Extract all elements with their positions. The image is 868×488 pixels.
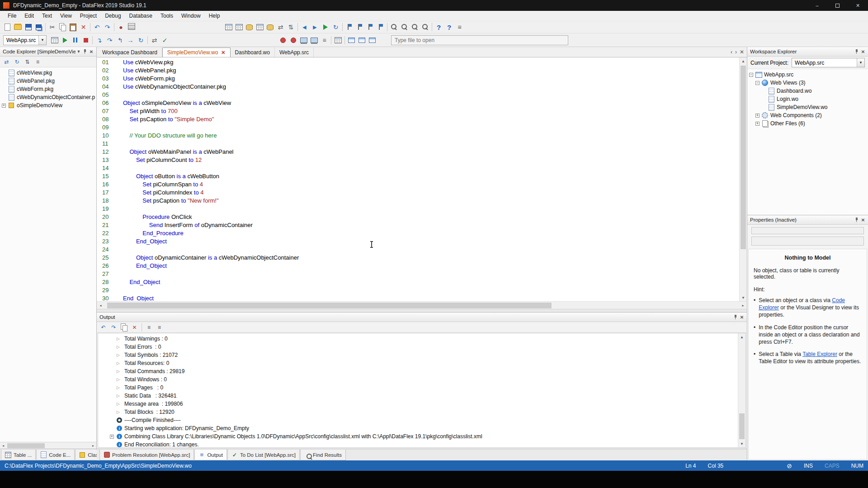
workspace-item-webapp-src[interactable]: −WebApp.src: [747, 71, 868, 79]
scroll-left-icon[interactable]: ◂: [0, 444, 6, 448]
workspace-item-simpledemoview-wo[interactable]: SimpleDemoView.wo: [747, 103, 868, 111]
sync-sources-icon[interactable]: ⇄: [149, 35, 160, 45]
next-view-icon[interactable]: ►: [310, 22, 320, 32]
step-into-icon[interactable]: ↴: [94, 35, 104, 45]
pause-icon[interactable]: [70, 35, 80, 45]
tab-workspace-dashboard[interactable]: Workspace Dashboard: [98, 47, 162, 57]
run-to-cursor-icon[interactable]: →: [125, 35, 136, 45]
output-line[interactable]: ▷Static Data : 326481: [110, 392, 738, 400]
menu-database[interactable]: Database: [125, 11, 156, 20]
open-file-icon[interactable]: [13, 22, 23, 32]
tab-dashboard-wo[interactable]: Dashboard.wo: [231, 47, 275, 57]
debug-output-icon[interactable]: [298, 35, 309, 45]
project-selector[interactable]: WebApp.src ▼: [3, 35, 47, 45]
output-line[interactable]: ▷Message area : 199806: [110, 400, 738, 408]
scrollbar-thumb[interactable]: [107, 303, 552, 308]
menu-project[interactable]: Project: [76, 11, 101, 20]
output-line[interactable]: End Reconciliation: 1 changes.: [110, 441, 738, 447]
clear-breakpoints-icon[interactable]: [288, 35, 298, 45]
pre-compile-icon[interactable]: ✓: [160, 35, 170, 45]
redo-icon[interactable]: ↷: [102, 22, 113, 32]
scrollbar-track[interactable]: [6, 442, 90, 449]
prev-bookmark-icon[interactable]: [344, 22, 354, 32]
toggle-bookmark-icon[interactable]: [354, 22, 365, 32]
scroll-tabs-left-icon[interactable]: ‹: [731, 49, 732, 55]
save-icon[interactable]: [23, 22, 33, 32]
code-explorer-hscrollbar[interactable]: ◂ ▸: [0, 442, 96, 449]
index-maintenance-icon[interactable]: ⇅: [286, 22, 296, 32]
new-file-icon[interactable]: [2, 22, 13, 32]
output-line[interactable]: +Combining Class Library C:\Libraries\Dy…: [110, 432, 738, 441]
editor-hscrollbar[interactable]: ◂ ▸: [97, 301, 747, 309]
panel-tab-code-e[interactable]: Code E...: [36, 450, 75, 460]
code-editor[interactable]: 01Use cWebView.pkg02Use cWebPanel.pkg03U…: [97, 57, 747, 301]
view-options-icon[interactable]: ≡: [33, 57, 42, 66]
pin-icon[interactable]: [732, 314, 739, 320]
tab-close-icon[interactable]: ✕: [221, 50, 225, 56]
toggle-details-icon[interactable]: ≡: [155, 323, 164, 332]
code-explorer-item-cwebview-pkg[interactable]: cWebView.pkg: [0, 69, 96, 77]
menu-edit[interactable]: Edit: [20, 11, 38, 20]
workspace-item-web-components-2[interactable]: +Web Components (2): [747, 111, 868, 119]
code-explorer-item-cwebform-pkg[interactable]: cWebForm.pkg: [0, 85, 96, 93]
panel-tab-to-do-list-webapp-src[interactable]: To Do List [WebApp.src]: [227, 450, 300, 460]
scrollbar-track[interactable]: [738, 341, 745, 440]
window-list-icon[interactable]: ≡: [454, 22, 465, 32]
menu-help[interactable]: Help: [205, 11, 224, 20]
scroll-down-icon[interactable]: ▼: [738, 440, 746, 447]
menu-file[interactable]: File: [4, 11, 20, 20]
code-explorer-item-cwebpanel-pkg[interactable]: cWebPanel.pkg: [0, 77, 96, 85]
output-splitter[interactable]: [97, 309, 747, 312]
copy-icon[interactable]: [57, 22, 68, 32]
pin-icon[interactable]: [854, 217, 860, 223]
cascade-windows-icon[interactable]: [346, 35, 357, 45]
menu-view[interactable]: View: [56, 11, 76, 20]
scrollbar-thumb[interactable]: [741, 66, 746, 249]
close-icon[interactable]: ✕: [739, 315, 745, 320]
output-vscrollbar[interactable]: ▲ ▼: [738, 333, 745, 447]
sql-manager-icon[interactable]: [265, 22, 275, 32]
code-explorer-link[interactable]: Code Explorer: [759, 297, 845, 311]
clear-bookmarks-icon[interactable]: [375, 22, 386, 32]
tile-horizontal-icon[interactable]: [357, 35, 367, 45]
maximize-button[interactable]: [827, 0, 848, 11]
plus-expander-icon[interactable]: +: [755, 122, 760, 126]
paste-icon[interactable]: [68, 22, 78, 32]
restructure-icon[interactable]: ⇄: [275, 22, 286, 32]
delete-icon[interactable]: ✕: [78, 22, 89, 32]
code-view[interactable]: 01Use cWebView.pkg02Use cWebPanel.pkg03U…: [97, 57, 739, 301]
output-line[interactable]: ▷Total Windows : 0: [110, 375, 738, 384]
table-explorer-icon[interactable]: [234, 22, 244, 32]
next-message-icon[interactable]: ↷: [109, 323, 118, 332]
pin-icon[interactable]: [854, 48, 860, 55]
workspace-item-other-files-6[interactable]: +Other Files (6): [747, 119, 868, 128]
window-menu-icon[interactable]: ▼: [75, 49, 82, 54]
compile-project-icon[interactable]: ↻: [330, 22, 341, 32]
tile-vertical-icon[interactable]: [367, 35, 377, 45]
menu-debug[interactable]: Debug: [101, 11, 125, 20]
output-line[interactable]: ▷Total Errors : 0: [110, 343, 738, 351]
replace-icon[interactable]: [420, 22, 430, 32]
table-explorer-link[interactable]: Table Explorer: [802, 351, 837, 357]
help-icon[interactable]: [434, 22, 444, 32]
scroll-up-icon[interactable]: ▲: [740, 57, 747, 65]
close-button[interactable]: ✕: [848, 0, 868, 11]
menu-text[interactable]: Text: [38, 11, 56, 20]
scroll-tabs-right-icon[interactable]: ›: [735, 49, 737, 55]
stop-icon[interactable]: [80, 35, 91, 45]
editor-vscrollbar[interactable]: ▲ ▼: [739, 57, 747, 301]
database-builder-icon[interactable]: [244, 22, 255, 32]
toggle-wrap-icon[interactable]: ≡: [144, 323, 154, 332]
compile-icon[interactable]: [49, 35, 60, 45]
panel-tab-problem-resolution-webapp-src[interactable]: Problem Resolution [WebApp.src]: [99, 450, 194, 460]
copy-output-icon[interactable]: [119, 323, 129, 332]
sort-icon[interactable]: ⇅: [23, 57, 32, 66]
undo-icon[interactable]: ↶: [92, 22, 102, 32]
scrollbar-track[interactable]: [740, 65, 747, 294]
panel-tab-table[interactable]: Table ...: [1, 450, 36, 460]
menu-window[interactable]: Window: [177, 11, 205, 20]
tab-simpledemoview-wo[interactable]: SimpleDemoView.wo✕: [162, 47, 231, 57]
output-line[interactable]: ▷Total Commands : 29819: [110, 367, 738, 375]
minus-expander-icon[interactable]: −: [749, 73, 753, 77]
context-help-icon[interactable]: [444, 22, 454, 32]
